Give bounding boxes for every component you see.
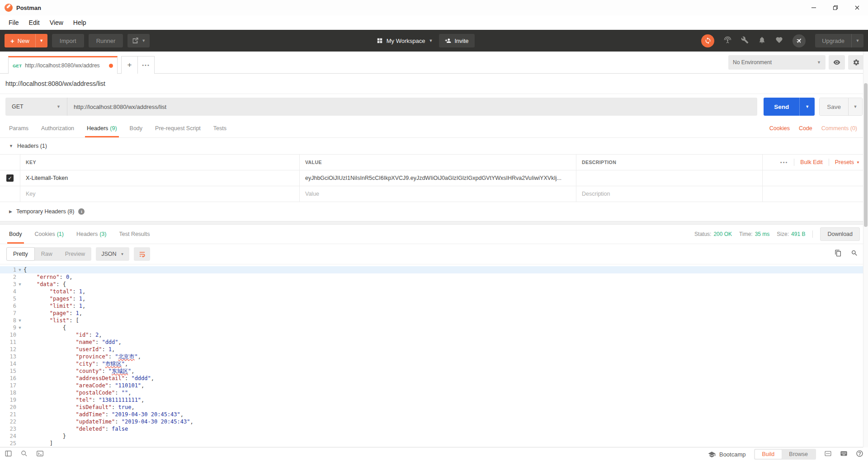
environment-select[interactable]: No Environment ▼ — [728, 55, 826, 70]
headers-section-toggle[interactable]: ▼ Headers (1) — [0, 138, 868, 154]
line-number: 4 — [0, 288, 16, 295]
graduation-cap-icon — [708, 451, 716, 458]
toggle-sidebar-button[interactable] — [5, 450, 12, 459]
format-select[interactable]: JSON ▼ — [96, 247, 129, 261]
console-button[interactable] — [36, 450, 44, 459]
fold-toggle-icon[interactable]: ▼ — [16, 281, 24, 288]
menu-file[interactable]: File — [4, 19, 24, 26]
search-response-button[interactable] — [851, 249, 858, 259]
upgrade-dropdown-button[interactable]: ▼ — [851, 34, 863, 47]
environment-settings-button[interactable] — [848, 55, 864, 70]
temporary-headers-label: Temporary Headers (8) — [16, 208, 75, 215]
scrollbar-thumb[interactable] — [864, 83, 868, 227]
download-button[interactable]: Download — [820, 227, 860, 241]
minimize-button[interactable] — [803, 0, 825, 15]
time-value: 35 ms — [755, 231, 770, 237]
response-tab-body[interactable]: Body — [3, 225, 28, 244]
vertical-scrollbar[interactable] — [863, 52, 868, 447]
more-options-icon[interactable]: ••• — [780, 160, 788, 165]
new-tab-button[interactable]: + — [121, 56, 138, 74]
line-number: 6 — [0, 302, 16, 310]
response-tab-test-results[interactable]: Test Results — [113, 225, 156, 244]
description-placeholder[interactable]: Description — [576, 186, 762, 202]
tab-pre-request-script[interactable]: Pre-request Script — [149, 119, 207, 137]
help-button[interactable] — [856, 450, 863, 459]
view-preview-button[interactable]: Preview — [59, 247, 91, 261]
chevron-down-icon: ▼ — [142, 38, 146, 43]
new-dropdown-button[interactable]: ▼ — [35, 34, 47, 47]
capture-requests-button[interactable] — [724, 36, 731, 46]
settings-tools-button[interactable] — [741, 36, 749, 46]
open-new-window-button[interactable]: ▼ — [127, 34, 150, 47]
cookies-link[interactable]: Cookies — [769, 125, 790, 132]
key-placeholder[interactable]: Key — [20, 186, 299, 202]
save-button[interactable]: Save — [820, 98, 848, 115]
tab-headers[interactable]: Headers(9) — [80, 119, 123, 137]
tab-body[interactable]: Body — [123, 119, 149, 137]
sync-status-button[interactable] — [701, 34, 714, 47]
line-number: 18 — [0, 389, 16, 396]
menu-help[interactable]: Help — [68, 19, 91, 26]
tab-options-button[interactable]: ••• — [138, 56, 155, 74]
temporary-headers-toggle[interactable]: ▶ Temporary Headers (8) i — [0, 202, 868, 221]
code-line: 15 "county": "东城区", — [0, 367, 868, 375]
invite-button[interactable]: Invite — [439, 34, 474, 47]
code-link[interactable]: Code — [799, 125, 812, 132]
browse-toggle-button[interactable]: Browse — [782, 450, 815, 459]
whats-new-button[interactable] — [793, 34, 806, 47]
wrap-lines-button[interactable] — [134, 247, 150, 261]
checkbox-checked[interactable]: ✓ — [6, 174, 14, 182]
url-input[interactable]: http://localhost:8080/wx/address/list — [67, 98, 757, 116]
response-body-viewer[interactable]: 1▼{2 "errno": 0,3▼ "data": {4 "total": 1… — [0, 264, 868, 447]
tab-authorization[interactable]: Authorization — [35, 119, 80, 137]
shortcuts-button[interactable] — [840, 450, 848, 459]
menu-view[interactable]: View — [45, 19, 68, 26]
menu-edit[interactable]: Edit — [24, 19, 45, 26]
fold-toggle-icon[interactable]: ▼ — [16, 317, 24, 324]
tab-params[interactable]: Params — [3, 119, 35, 137]
restore-button[interactable] — [825, 0, 846, 15]
upgrade-button[interactable]: Upgrade — [815, 34, 851, 47]
tab-method-badge: GET — [13, 63, 22, 68]
presets-dropdown[interactable]: Presets ▼ — [835, 159, 860, 165]
view-raw-button[interactable]: Raw — [35, 247, 59, 261]
send-button[interactable]: Send — [764, 98, 799, 116]
send-dropdown-button[interactable]: ▼ — [799, 98, 815, 116]
search-everywhere-button[interactable] — [20, 450, 28, 459]
two-pane-view-button[interactable] — [824, 450, 832, 459]
comments-link[interactable]: Comments (0) — [821, 125, 857, 132]
header-description-cell[interactable] — [576, 170, 762, 186]
workspace-switcher[interactable]: My Workspace ▼ — [377, 38, 433, 44]
fold-toggle-icon[interactable]: ▼ — [16, 266, 24, 273]
bulk-edit-link[interactable]: Bulk Edit — [800, 159, 822, 165]
fold-spacer — [16, 302, 24, 310]
code-line: 5 "pages": 1, — [0, 295, 868, 302]
runner-button[interactable]: Runner — [89, 34, 123, 47]
chevron-down-icon: ▼ — [817, 60, 821, 65]
environment-quicklook-button[interactable] — [829, 55, 845, 70]
method-select[interactable]: GET ▼ — [5, 98, 67, 116]
chevron-down-icon: ▼ — [856, 38, 860, 43]
notifications-button[interactable] — [758, 36, 766, 46]
new-button[interactable]: + New — [5, 34, 35, 47]
build-toggle-button[interactable]: Build — [755, 450, 782, 459]
header-value-cell[interactable]: eyJhbGciOiJIUzI1NiIsInR5cCI6IkpXVCJ9.eyJ… — [299, 170, 576, 186]
request-url-heading[interactable]: http://localhost:8080/wx/address/list — [5, 80, 105, 87]
import-button[interactable]: Import — [52, 34, 84, 47]
code-line: 25 ] — [0, 440, 868, 447]
response-tab-headers[interactable]: Headers(3) — [70, 225, 113, 244]
value-placeholder[interactable]: Value — [299, 186, 576, 202]
save-dropdown-button[interactable]: ▼ — [848, 98, 862, 115]
invite-label: Invite — [454, 38, 468, 44]
header-key-cell[interactable]: X-Litemall-Token — [20, 170, 299, 186]
chevron-down-icon: ▼ — [429, 38, 433, 43]
bootcamp-button[interactable]: Bootcamp — [708, 451, 746, 458]
close-button[interactable] — [846, 0, 868, 15]
favorites-button[interactable] — [775, 36, 783, 46]
fold-toggle-icon[interactable]: ▼ — [16, 324, 24, 331]
tab-tests[interactable]: Tests — [207, 119, 233, 137]
response-tab-cookies[interactable]: Cookies(1) — [28, 225, 70, 244]
copy-response-button[interactable] — [835, 249, 842, 259]
view-pretty-button[interactable]: Pretty — [6, 247, 35, 261]
request-tab[interactable]: GET http://localhost:8080/wx/addres — [8, 56, 118, 74]
